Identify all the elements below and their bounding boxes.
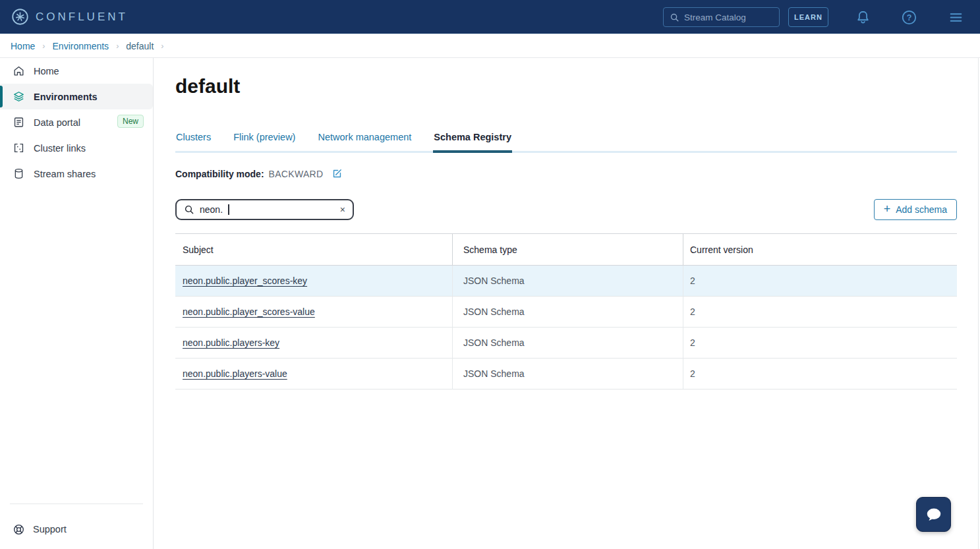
sidebar-item-stream-shares[interactable]: Stream shares	[0, 161, 153, 187]
current-version-cell: 2	[683, 359, 957, 389]
add-schema-button[interactable]: + Add schema	[874, 199, 957, 220]
sidebar-item-label: Home	[34, 66, 59, 76]
breadcrumb: Home › Environments › default ›	[0, 34, 980, 58]
compatibility-mode-value: BACKWARD	[269, 169, 324, 179]
clear-search-icon[interactable]: ×	[340, 205, 345, 214]
new-badge: New	[117, 115, 144, 128]
sidebar-item-label: Cluster links	[34, 143, 86, 154]
tab-flink-preview[interactable]: Flink (preview)	[233, 129, 296, 151]
search-input-value: neon.	[200, 204, 223, 215]
active-indicator-bar	[0, 86, 3, 107]
learn-button[interactable]: LEARN	[788, 7, 828, 27]
subject-link[interactable]: neon.public.player_scores-value	[183, 306, 315, 317]
subject-link[interactable]: neon.public.players-key	[183, 337, 279, 348]
confluent-logo[interactable]: CONFLUENT	[11, 8, 128, 26]
sidebar-item-environments[interactable]: Environments	[0, 84, 153, 109]
subject-link[interactable]: neon.public.players-value	[183, 368, 287, 379]
column-header-current-version: Current version	[683, 234, 957, 265]
schema-type-cell: JSON Schema	[453, 328, 683, 358]
help-icon[interactable]: ?	[901, 9, 917, 26]
sidebar-divider	[10, 504, 143, 504]
tab-clusters[interactable]: Clusters	[175, 129, 212, 151]
navbar-right-group: LEARN ?	[663, 0, 980, 34]
document-icon	[13, 116, 25, 129]
column-header-schema-type: Schema type	[453, 234, 683, 265]
tab-schema-registry[interactable]: Schema Registry	[433, 129, 512, 153]
current-version-cell: 2	[683, 297, 957, 327]
cluster-links-icon	[13, 142, 25, 154]
table-row[interactable]: neon.public.players-value JSON Schema 2	[175, 359, 957, 390]
notifications-bell-icon[interactable]	[855, 9, 871, 26]
brand-name: CONFLUENT	[36, 11, 128, 24]
lifebuoy-icon	[13, 523, 25, 536]
stream-catalog-search[interactable]	[663, 7, 780, 27]
tab-bar: Clusters Flink (preview) Network managem…	[175, 129, 957, 153]
breadcrumb-home[interactable]: Home	[11, 41, 35, 51]
page-title: default	[175, 75, 240, 98]
schemas-table: Subject Schema type Current version neon…	[175, 233, 957, 390]
chat-support-button[interactable]	[916, 497, 951, 532]
subject-link[interactable]: neon.public.player_scores-key	[183, 275, 307, 286]
confluent-spark-icon	[11, 8, 29, 26]
support-label: Support	[33, 524, 67, 535]
sidebar-item-label: Data portal	[34, 117, 80, 128]
table-header: Subject Schema type Current version	[175, 233, 957, 266]
schema-type-cell: JSON Schema	[453, 266, 683, 296]
top-navbar: CONFLUENT LEARN ?	[0, 0, 980, 34]
svg-text:?: ?	[907, 13, 912, 22]
text-cursor	[228, 204, 229, 215]
chevron-right-icon: ›	[116, 42, 119, 51]
breadcrumb-default[interactable]: default	[126, 41, 154, 51]
sidebar-item-cluster-links[interactable]: Cluster links	[0, 135, 153, 161]
chat-bubble-icon	[924, 505, 944, 525]
sidebar-item-support[interactable]: Support	[0, 516, 153, 542]
schema-search-input[interactable]: neon. ×	[175, 199, 354, 220]
table-row[interactable]: neon.public.player_scores-value JSON Sch…	[175, 297, 957, 328]
add-schema-label: Add schema	[896, 204, 947, 215]
search-icon	[184, 204, 194, 215]
breadcrumb-environments[interactable]: Environments	[53, 41, 109, 51]
compatibility-mode-row: Compatibility mode: BACKWARD	[175, 168, 343, 179]
schema-type-cell: JSON Schema	[453, 359, 683, 389]
sidebar-item-data-portal[interactable]: Data portal New	[0, 109, 153, 135]
schema-type-cell: JSON Schema	[453, 297, 683, 327]
home-icon	[13, 65, 25, 77]
table-row[interactable]: neon.public.players-key JSON Schema 2	[175, 328, 957, 359]
sidebar: Home Environments Data portal New	[0, 58, 154, 549]
search-icon	[670, 13, 679, 22]
plus-icon: +	[884, 202, 891, 216]
scrollbar-track[interactable]	[978, 58, 979, 549]
sidebar-item-label: Environments	[34, 92, 98, 102]
edit-compatibility-icon[interactable]	[331, 168, 343, 179]
current-version-cell: 2	[683, 328, 957, 358]
chevron-right-icon: ›	[161, 42, 163, 51]
stream-catalog-input[interactable]	[684, 13, 770, 22]
table-row[interactable]: neon.public.player_scores-key JSON Schem…	[175, 266, 957, 297]
layers-icon	[13, 90, 25, 103]
column-header-subject: Subject	[175, 234, 453, 265]
sidebar-item-label: Stream shares	[34, 169, 96, 179]
toolbar: neon. × + Add schema	[175, 199, 957, 220]
tab-network-management[interactable]: Network management	[317, 129, 412, 151]
compatibility-mode-label: Compatibility mode:	[175, 169, 264, 179]
database-cylinder-icon	[13, 167, 25, 180]
chevron-right-icon: ›	[42, 42, 45, 51]
hamburger-menu-icon[interactable]	[948, 9, 964, 26]
main-content: default Clusters Flink (preview) Network…	[154, 58, 980, 549]
current-version-cell: 2	[683, 266, 957, 296]
sidebar-item-home[interactable]: Home	[0, 58, 153, 84]
